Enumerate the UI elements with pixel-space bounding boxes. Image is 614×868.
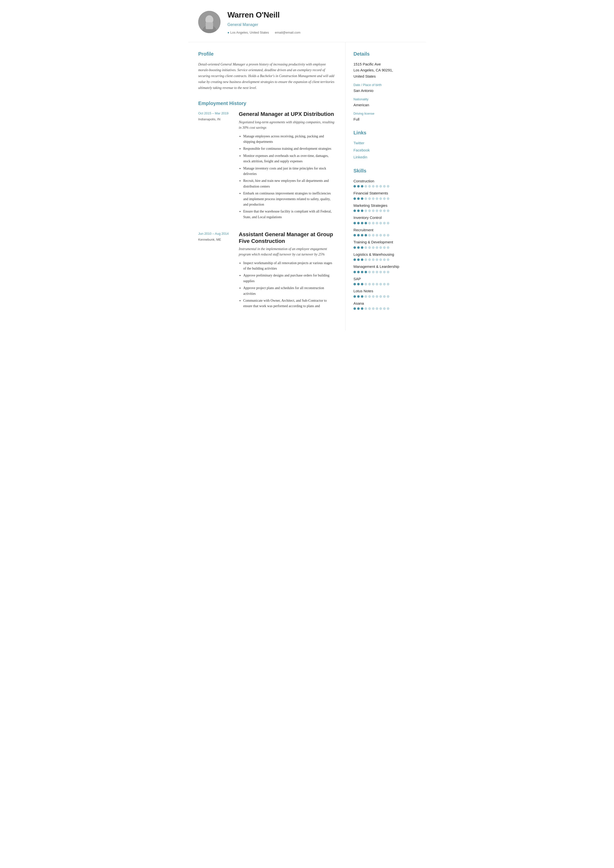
skill-dot — [361, 283, 363, 285]
email-text: email@email.com — [275, 30, 301, 35]
skill-item: Training & Development — [353, 239, 418, 249]
employment-title: Employment History — [198, 99, 336, 107]
details-section: Details 1515 Pacific Ave Los Angeles, CA… — [353, 50, 418, 122]
job-summary: Instrumental in the implementation of an… — [239, 246, 336, 257]
skill-dot — [379, 295, 382, 298]
skill-dot — [365, 234, 367, 236]
skill-name: Recruitment — [353, 227, 418, 233]
skill-dot — [357, 307, 360, 310]
skill-dot — [361, 307, 363, 310]
skill-dot — [379, 283, 382, 285]
skill-name: Training & Development — [353, 239, 418, 245]
skill-dot — [383, 209, 385, 212]
skill-dots — [353, 307, 418, 310]
skill-dot — [376, 209, 378, 212]
skill-dot — [387, 246, 389, 249]
skill-dot — [387, 295, 389, 298]
skill-item: Management & Leardership — [353, 264, 418, 273]
skill-dot — [383, 271, 385, 273]
skill-dot — [379, 246, 382, 249]
skill-dot — [372, 197, 375, 200]
skill-dot — [365, 295, 367, 298]
header-section: Warren O'Neill General Manager ● Los Ang… — [188, 0, 426, 42]
skill-dot — [376, 307, 378, 310]
skill-dot — [372, 234, 375, 236]
skill-name: Marketing Strategies — [353, 203, 418, 209]
skill-dot — [365, 209, 367, 212]
bullet-item: Responsible for continuous training and … — [243, 146, 336, 152]
skill-dot — [357, 259, 360, 261]
bullet-item: Communicate with Owner, Architect, and S… — [243, 298, 336, 309]
skill-dot — [387, 185, 389, 188]
skill-dot — [361, 209, 363, 212]
skill-dot — [383, 197, 385, 200]
skill-dot — [376, 283, 378, 285]
job-summary: Negotiated long-term agreements with shi… — [239, 119, 336, 131]
bullet-item: Inspect workmanship of all renovation pr… — [243, 260, 336, 271]
skill-dots — [353, 259, 418, 261]
skill-dot — [365, 197, 367, 200]
skill-dot — [387, 271, 389, 273]
skill-dot — [365, 271, 367, 273]
license-value: Full — [353, 116, 418, 122]
address-line3: United States — [353, 74, 418, 79]
linkedin-link[interactable]: Linkedin — [353, 154, 418, 160]
bullet-item: Approve project plans and schedules for … — [243, 285, 336, 296]
skill-dot — [383, 259, 385, 261]
pin-icon: ● — [227, 30, 229, 35]
job-title: Assistant General Manager at Group Five … — [239, 231, 336, 244]
skill-dots — [353, 222, 418, 224]
skill-dot — [372, 307, 375, 310]
skill-dot — [387, 209, 389, 212]
left-column: Profile Detail-oriented General Manager … — [188, 42, 345, 330]
skill-dot — [353, 283, 356, 285]
skill-dot — [376, 259, 378, 261]
skill-item: Construction — [353, 178, 418, 188]
skill-dot — [387, 283, 389, 285]
twitter-link[interactable]: Twitter — [353, 140, 418, 146]
skill-dot — [361, 222, 363, 224]
bullet-item: Approve preliminary designs and purchase… — [243, 273, 336, 284]
skill-dot — [357, 246, 360, 249]
skill-dot — [379, 222, 382, 224]
skill-dot — [353, 185, 356, 188]
right-column: Details 1515 Pacific Ave Los Angeles, CA… — [345, 42, 426, 330]
skill-dot — [353, 259, 356, 261]
skill-dot — [353, 197, 356, 200]
skill-dot — [372, 259, 375, 261]
skills-title: Skills — [353, 167, 418, 174]
skill-dot — [372, 246, 375, 249]
skill-dot — [379, 185, 382, 188]
skill-name: Construction — [353, 178, 418, 184]
bullet-item: Monitor expenses and overheads such as o… — [243, 153, 336, 164]
links-title: Links — [353, 129, 418, 136]
skill-item: Inventory Control — [353, 215, 418, 224]
skill-dot — [357, 197, 360, 200]
skill-dot — [368, 197, 371, 200]
skill-dots — [353, 295, 418, 298]
skill-dot — [376, 234, 378, 236]
skill-dots — [353, 209, 418, 212]
skill-dot — [361, 185, 363, 188]
main-layout: Profile Detail-oriented General Manager … — [188, 42, 426, 330]
skill-dot — [372, 209, 375, 212]
bullet-item: Recruit, hire and train new employees fo… — [243, 178, 336, 189]
skill-dot — [387, 259, 389, 261]
skill-dot — [353, 271, 356, 273]
job-content: Assistant General Manager at Group Five … — [239, 231, 336, 311]
header-contact: ● Los Angeles, United States email@email… — [227, 30, 416, 35]
nationality-value: American — [353, 102, 418, 108]
skill-dot — [357, 283, 360, 285]
skill-item: Lotus Notes — [353, 288, 418, 298]
skill-item: Asana — [353, 301, 418, 310]
skill-name: Inventory Control — [353, 215, 418, 221]
skill-dot — [357, 185, 360, 188]
profile-text: Detail-oriented General Manager a proven… — [198, 62, 336, 91]
skill-dot — [376, 295, 378, 298]
skill-dot — [368, 283, 371, 285]
skill-dot — [361, 197, 363, 200]
skill-name: Asana — [353, 301, 418, 306]
profile-title: Profile — [198, 50, 336, 57]
skill-dot — [368, 209, 371, 212]
facebook-link[interactable]: Facebook — [353, 147, 418, 153]
